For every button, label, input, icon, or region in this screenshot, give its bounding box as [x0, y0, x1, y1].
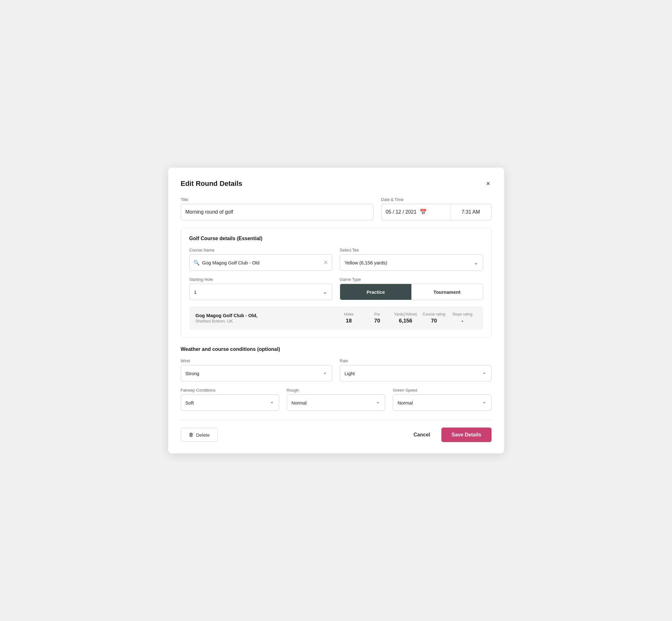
select-tee-group: Select Tee Yellow (6,156 yards) ⌄ — [340, 248, 483, 271]
rough-select[interactable]: Soft Normal Firm — [287, 395, 385, 411]
fairway-group: Fairway Conditions Soft Normal Firm — [181, 388, 279, 411]
rain-label: Rain — [340, 359, 492, 363]
course-bottom-row: Starting Hole 1 ⌄ Game Type Practice Tou… — [189, 277, 483, 300]
footer-right: Cancel Save Details — [409, 427, 492, 442]
rough-group: Rough Soft Normal Firm — [287, 388, 385, 411]
select-tee-label: Select Tee — [340, 248, 483, 252]
weather-section: Weather and course conditions (optional)… — [181, 346, 492, 411]
weather-row-2: Fairway Conditions Soft Normal Firm Roug… — [181, 388, 492, 411]
game-type-label: Game Type — [340, 277, 483, 282]
course-rating-value: 70 — [431, 318, 437, 324]
title-label: Title — [181, 197, 374, 202]
yards-stat: Yards(Yellow) 6,156 — [391, 312, 420, 324]
holes-label: Holes — [344, 312, 354, 317]
slope-rating-value: - — [462, 318, 463, 324]
footer-divider — [181, 420, 492, 420]
edit-round-modal: Edit Round Details × Title Date & Time 0… — [168, 168, 504, 453]
modal-header: Edit Round Details × — [181, 179, 492, 189]
wind-select[interactable]: None Light Moderate Strong — [181, 365, 333, 381]
course-rating-label: Course rating — [422, 312, 445, 317]
green-speed-group: Green Speed Slow Normal Fast — [393, 388, 491, 411]
game-type-group: Game Type Practice Tournament — [340, 277, 483, 300]
save-button[interactable]: Save Details — [442, 427, 491, 442]
fairway-label: Fairway Conditions — [181, 388, 279, 392]
weather-row-1: Wind None Light Moderate Strong Rain Non… — [181, 359, 492, 381]
clear-icon[interactable]: ✕ — [323, 259, 328, 266]
fairway-select[interactable]: Soft Normal Firm — [181, 395, 279, 411]
rain-select[interactable]: None Light Moderate Heavy — [340, 365, 492, 381]
starting-hole-label: Starting Hole — [189, 277, 333, 282]
course-rating-stat: Course rating 70 — [420, 312, 448, 324]
course-info-location: Shelford Bottom, UK — [196, 319, 335, 323]
cancel-button[interactable]: Cancel — [409, 428, 435, 442]
course-top-row: Course Name 🔍 ✕ Select Tee Yellow (6,156… — [189, 248, 483, 271]
wind-label: Wind — [181, 359, 333, 363]
time-value: 7:31 AM — [462, 209, 480, 215]
wind-group: Wind None Light Moderate Strong — [181, 359, 333, 381]
par-label: Par — [374, 312, 380, 317]
chevron-down-icon-2: ⌄ — [323, 288, 328, 295]
calendar-icon: 📅 — [420, 209, 426, 215]
tournament-toggle-btn[interactable]: Tournament — [411, 284, 483, 300]
game-type-toggle: Practice Tournament — [340, 284, 483, 300]
green-speed-select[interactable]: Slow Normal Fast — [393, 395, 491, 411]
slope-rating-label: Slope rating — [452, 312, 472, 317]
top-row: Title Date & Time 05 / 12 / 2021 📅 7:31 … — [181, 197, 492, 220]
practice-toggle-btn[interactable]: Practice — [340, 284, 411, 300]
course-section-card: Golf Course details (Essential) Course N… — [181, 228, 492, 338]
delete-label: Delete — [196, 432, 210, 438]
slope-rating-stat: Slope rating - — [448, 312, 477, 324]
holes-value: 18 — [346, 318, 352, 324]
holes-stat: Holes 18 — [335, 312, 363, 324]
title-input[interactable] — [181, 204, 374, 220]
delete-button[interactable]: 🗑 Delete — [181, 428, 218, 442]
par-value: 70 — [374, 318, 380, 324]
par-stat: Par 70 — [363, 312, 391, 324]
close-button[interactable]: × — [485, 179, 492, 189]
course-name-input[interactable] — [202, 260, 321, 265]
course-name-group: Course Name 🔍 ✕ — [189, 248, 333, 271]
rain-group: Rain None Light Moderate Heavy — [340, 359, 492, 381]
green-speed-label: Green Speed — [393, 388, 491, 392]
course-name-label: Course Name — [189, 248, 333, 252]
starting-hole-dropdown[interactable]: 1 ⌄ — [189, 284, 333, 300]
datetime-label: Date & Time — [381, 197, 492, 202]
datetime-field-group: Date & Time 05 / 12 / 2021 📅 7:31 AM — [381, 197, 492, 220]
rough-label: Rough — [287, 388, 385, 392]
datetime-group: 05 / 12 / 2021 📅 7:31 AM — [381, 204, 492, 220]
select-tee-value: Yellow (6,156 yards) — [344, 260, 387, 265]
select-tee-dropdown[interactable]: Yellow (6,156 yards) ⌄ — [340, 254, 483, 271]
search-icon: 🔍 — [194, 260, 200, 266]
time-field[interactable]: 7:31 AM — [451, 204, 492, 220]
course-section-title: Golf Course details (Essential) — [189, 236, 483, 241]
yards-value: 6,156 — [399, 318, 412, 324]
starting-hole-group: Starting Hole 1 ⌄ — [189, 277, 333, 300]
footer-row: 🗑 Delete Cancel Save Details — [181, 427, 492, 442]
starting-hole-value: 1 — [194, 289, 197, 295]
weather-section-title: Weather and course conditions (optional) — [181, 346, 492, 352]
course-input-wrap[interactable]: 🔍 ✕ — [189, 254, 333, 271]
yards-label: Yards(Yellow) — [394, 312, 417, 317]
trash-icon: 🗑 — [189, 432, 194, 438]
course-info-bar: Gog Magog Golf Club - Old, Shelford Bott… — [189, 306, 483, 330]
chevron-down-icon: ⌄ — [473, 259, 478, 266]
date-field[interactable]: 05 / 12 / 2021 📅 — [381, 204, 451, 220]
date-value: 05 / 12 / 2021 — [386, 209, 417, 215]
course-info-name: Gog Magog Golf Club - Old, Shelford Bott… — [196, 313, 335, 323]
title-field-group: Title — [181, 197, 374, 220]
course-info-name-bold: Gog Magog Golf Club - Old, — [196, 313, 335, 318]
modal-title: Edit Round Details — [181, 179, 243, 188]
